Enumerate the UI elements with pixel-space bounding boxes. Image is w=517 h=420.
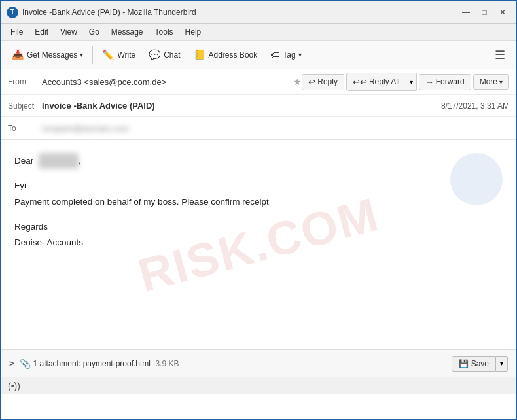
reply-all-dropdown-button[interactable]: ▾: [406, 73, 417, 91]
toolbar-divider-1: [92, 46, 93, 64]
menu-view[interactable]: View: [55, 26, 82, 38]
reply-all-button[interactable]: ↩↩ Reply All: [346, 73, 406, 91]
menu-message[interactable]: Message: [106, 26, 149, 38]
email-line4: Denise- Accounts: [14, 235, 503, 251]
reply-all-label: Reply All: [369, 77, 400, 86]
to-row: To recipient@domain.com: [1, 117, 516, 139]
reply-label: Reply: [317, 77, 338, 86]
menu-help[interactable]: Help: [180, 26, 207, 38]
email-line3: Regards: [14, 219, 503, 235]
reply-all-icon: ↩↩: [353, 77, 367, 87]
chat-label: Chat: [164, 50, 180, 60]
email-action-buttons: ↩ Reply ↩↩ Reply All ▾ → Forward More ▾: [302, 73, 509, 91]
title-bar-controls: — □ ✕: [458, 6, 510, 19]
status-bar: (•)): [1, 377, 516, 394]
email-text: Dear User, Fyi Payment completed on beha…: [14, 153, 503, 251]
get-messages-icon: 📥: [12, 49, 24, 61]
get-messages-dropdown-icon[interactable]: ▾: [80, 51, 83, 58]
to-label: To: [8, 124, 42, 133]
email-body: RISK.COM Dear User, Fyi Payment complete…: [1, 140, 516, 349]
write-button[interactable]: ✏️ Write: [97, 46, 141, 63]
menu-go[interactable]: Go: [84, 26, 105, 38]
attachment-text: 1 attachment: payment-proof.html 3.9 KB: [33, 359, 452, 368]
address-book-icon: 📒: [194, 49, 206, 61]
subject-label: Subject: [8, 101, 42, 111]
hamburger-menu-button[interactable]: ☰: [490, 45, 510, 65]
tag-icon: 🏷: [270, 49, 280, 60]
menu-edit[interactable]: Edit: [29, 26, 54, 38]
tag-button[interactable]: 🏷 Tag ▾: [265, 46, 306, 63]
address-book-button[interactable]: 📒 Address Book: [188, 46, 263, 63]
reply-icon: ↩: [308, 77, 315, 87]
from-label: From: [8, 77, 42, 86]
minimize-button[interactable]: —: [458, 6, 474, 19]
write-label: Write: [117, 50, 135, 60]
title-bar: T Invoice -Bank Advice (PAID) - Mozilla …: [1, 1, 516, 24]
menu-file[interactable]: File: [5, 26, 28, 38]
save-button[interactable]: 💾 Save: [452, 356, 496, 372]
attachment-icon: 📎: [20, 359, 31, 369]
get-messages-button[interactable]: 📥 Get Messages ▾: [7, 46, 88, 63]
email-timestamp: 8/17/2021, 3:31 AM: [441, 101, 509, 111]
attachment-count: 1 attachment:: [33, 359, 81, 368]
address-book-label: Address Book: [209, 50, 258, 60]
save-icon: 💾: [459, 359, 469, 368]
tag-dropdown-icon[interactable]: ▾: [298, 51, 302, 58]
subject-value: Invoice -Bank Advice (PAID): [42, 101, 441, 111]
write-icon: ✏️: [102, 49, 115, 61]
email-line1: Fyi: [14, 178, 503, 194]
forward-label: Forward: [436, 77, 465, 86]
tag-label: Tag: [283, 50, 295, 60]
save-dropdown-button[interactable]: ▾: [496, 356, 508, 372]
toolbar: 📥 Get Messages ▾ ✏️ Write 💬 Chat 📒 Addre…: [1, 41, 516, 69]
app-icon: T: [7, 7, 18, 18]
forward-icon: →: [425, 77, 434, 87]
more-button[interactable]: More ▾: [473, 74, 509, 90]
more-label: More: [480, 77, 497, 86]
attachment-bar: > 📎 1 attachment: payment-proof.html 3.9…: [1, 349, 516, 377]
email-greeting: Dear User,: [14, 153, 503, 169]
reply-all-button-group: ↩↩ Reply All ▾: [346, 73, 417, 91]
close-button[interactable]: ✕: [495, 6, 510, 19]
save-label: Save: [471, 359, 489, 368]
to-value: recipient@domain.com: [42, 124, 509, 133]
attachment-filesize: 3.9 KB: [155, 359, 179, 368]
email-line2: Payment completed on behalf of my boss. …: [14, 194, 503, 210]
recipient-name-blurred: User: [39, 153, 79, 169]
maximize-button[interactable]: □: [476, 6, 492, 19]
from-row: From Accounts3 <sales@pce.com.de> ★ ↩ Re…: [1, 69, 516, 95]
email-header: From Accounts3 <sales@pce.com.de> ★ ↩ Re…: [1, 69, 516, 140]
chat-icon: 💬: [149, 49, 161, 61]
subject-row: Subject Invoice -Bank Advice (PAID) 8/17…: [1, 95, 516, 117]
from-value: Accounts3 <sales@pce.com.de>: [42, 77, 291, 87]
save-button-group: 💾 Save ▾: [452, 356, 508, 372]
get-messages-label: Get Messages: [27, 50, 77, 60]
chat-button[interactable]: 💬 Chat: [143, 46, 185, 63]
attachment-filename: payment-proof.html: [83, 359, 151, 368]
more-dropdown-icon: ▾: [499, 79, 503, 86]
attachment-expand-button[interactable]: >: [9, 359, 14, 368]
menu-bar: File Edit View Go Message Tools Help: [1, 24, 516, 41]
status-icon: (•)): [8, 381, 20, 391]
forward-button[interactable]: → Forward: [419, 74, 471, 90]
title-bar-text: Invoice -Bank Advice (PAID) - Mozilla Th…: [22, 8, 458, 17]
reply-button-group: ↩ Reply: [302, 74, 344, 90]
reply-button[interactable]: ↩ Reply: [302, 74, 344, 90]
menu-tools[interactable]: Tools: [150, 26, 179, 38]
star-icon[interactable]: ★: [293, 77, 302, 87]
